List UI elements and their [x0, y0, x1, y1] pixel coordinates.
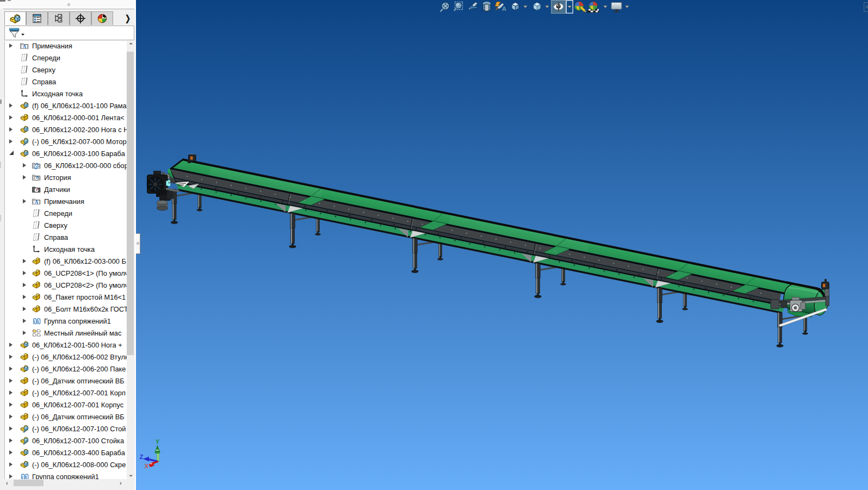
svg-text:Z: Z [140, 454, 144, 460]
svg-text:A: A [502, 5, 506, 12]
svg-text:X: X [145, 463, 149, 469]
svg-text:Y: Y [156, 438, 160, 445]
